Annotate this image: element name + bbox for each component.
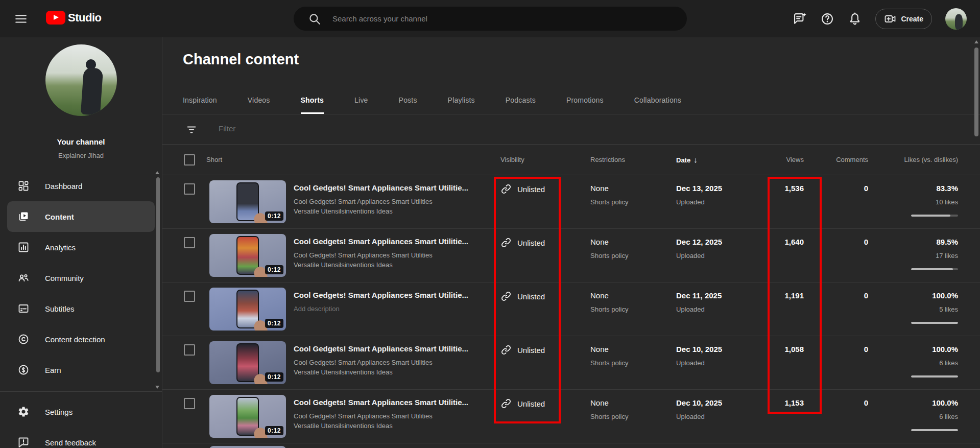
tab-promotions[interactable]: Promotions [566,86,604,114]
sidebar-item-send-feedback[interactable]: Send feedback [0,427,162,448]
video-description-line1: Cool Gedgets! Smart Appliances Smart Uti… [294,359,433,366]
sidebar-item-content-detection[interactable]: Content detection [0,324,162,355]
channel-avatar[interactable] [45,44,117,116]
column-header-visibility[interactable]: Visibility [500,145,524,175]
row-checkbox[interactable] [184,344,195,356]
table-row: 0:12 Cool Gedgets! Smart Appliances Smar… [162,282,980,336]
scroll-up-arrow[interactable] [974,40,978,43]
help-icon[interactable] [820,12,834,26]
video-description-line2: Versatile Utensilsinventions Ideas [294,422,393,430]
likes-ratio-bar [911,322,958,324]
restrictions-sub[interactable]: Shorts policy [590,359,628,367]
filter-bar [162,114,980,145]
tab-collaborations[interactable]: Collaborations [634,86,681,114]
visibility-cell[interactable]: Unlisted [500,237,545,248]
tab-videos[interactable]: Videos [248,86,270,114]
date-value: Dec 12, 2025 [676,238,722,246]
sidebar-scroll-down-arrow[interactable] [155,386,159,389]
column-header-likes[interactable]: Likes (vs. dislikes) [904,145,958,175]
table-row: 0:12 Cool Gedgets! Smart Appliances Smar… [162,336,980,389]
sidebar-scrollbar[interactable] [156,177,160,372]
sidebar-scroll-up-arrow[interactable] [155,171,159,174]
column-header-comments[interactable]: Comments [836,145,868,175]
video-thumbnail[interactable]: 0:12 [209,288,286,331]
add-description-link[interactable]: Add description [294,305,340,313]
youtube-studio-logo[interactable]: Studio [46,11,101,25]
row-checkbox[interactable] [184,291,195,302]
vertical-scrollbar-track[interactable] [973,37,980,448]
restrictions-sub[interactable]: Shorts policy [590,413,628,420]
restrictions-sub[interactable]: Shorts policy [590,305,628,313]
vertical-scrollbar-thumb[interactable] [974,48,978,136]
tab-playlists[interactable]: Playlists [448,86,475,114]
sidebar-item-label: Settings [45,408,73,416]
views-value: 1,640 [784,238,804,246]
video-title[interactable]: Cool Gedgets! Smart Appliances Smart Uti… [294,344,483,353]
channel-name: Explainer Jihad [0,152,162,159]
video-description-line1: Cool Gedgets! Smart Appliances Smart Uti… [294,198,433,205]
search-input[interactable] [331,14,640,23]
date-sub: Uploaded [676,359,705,367]
sidebar-item-content[interactable]: Content [7,201,155,232]
sidebar-item-subtitles[interactable]: Subtitles [0,293,162,324]
sidebar-item-label: Content [45,213,74,221]
video-title[interactable]: Cool Gedgets! Smart Appliances Smart Uti… [294,237,483,246]
column-header-views[interactable]: Views [786,145,804,175]
restrictions-sub[interactable]: Shorts policy [590,252,628,260]
visibility-label: Unlisted [517,239,545,247]
row-checkbox[interactable] [184,398,195,409]
filter-input[interactable] [218,124,424,133]
sidebar-item-label: Analytics [45,243,76,252]
sidebar-item-settings[interactable]: Settings [0,396,162,427]
create-video-icon [884,13,896,25]
sidebar-divider [0,391,162,392]
likes-percentage: 100.0% [932,345,958,353]
duration-badge: 0:12 [265,265,283,274]
content-tabs: Inspiration Videos Shorts Live Posts Pla… [183,86,681,114]
tab-posts[interactable]: Posts [399,86,417,114]
views-value: 1,058 [784,345,804,353]
row-checkbox[interactable] [184,183,195,195]
hamburger-menu-icon[interactable] [14,12,28,26]
video-thumbnail[interactable]: 0:12 [209,395,286,438]
link-icon [500,344,512,356]
sidebar-item-analytics[interactable]: Analytics [0,232,162,263]
account-avatar[interactable] [945,8,967,30]
column-header-date[interactable]: Date↓ [676,145,698,175]
column-header-short[interactable]: Short [206,145,222,175]
sidebar-item-dashboard[interactable]: Dashboard [0,171,162,201]
visibility-label: Unlisted [517,399,545,408]
create-button[interactable]: Create [875,9,932,29]
tab-live[interactable]: Live [354,86,368,114]
tab-inspiration[interactable]: Inspiration [183,86,217,114]
video-thumbnail[interactable]: 0:12 [209,234,286,277]
topbar-actions: Create [793,0,967,37]
sidebar-item-community[interactable]: Community [0,263,162,293]
video-title[interactable]: Cool Gedgets! Smart Appliances Smart Uti… [294,183,483,192]
column-header-restrictions[interactable]: Restrictions [590,145,625,175]
row-checkbox[interactable] [184,237,195,248]
visibility-cell[interactable]: Unlisted [500,398,545,409]
visibility-cell[interactable]: Unlisted [500,291,545,302]
comments-value: 0 [864,398,868,407]
video-description-line2: Versatile Utensilsinventions Ideas [294,207,393,215]
tab-shorts[interactable]: Shorts [301,86,324,114]
sidebar-item-earn[interactable]: Earn [0,355,162,385]
visibility-cell[interactable]: Unlisted [500,344,545,356]
video-thumbnail[interactable]: 0:12 [209,341,286,384]
filter-icon[interactable] [186,124,197,135]
youtube-play-icon [46,11,65,25]
feedback-sparkle-icon[interactable] [793,12,807,26]
select-all-checkbox[interactable] [184,154,195,166]
notifications-bell-icon[interactable] [848,12,862,26]
visibility-cell[interactable]: Unlisted [500,183,545,195]
table-header: Short Visibility Restrictions Date↓ View… [162,145,980,175]
table-row: 0:12 Cool Gedgets! Smart Appliances Smar… [162,175,980,228]
video-thumbnail[interactable]: 0:12 [209,180,286,223]
video-title[interactable]: Cool Gedgets! Smart Appliances Smart Uti… [294,291,483,299]
video-title[interactable]: Cool Gedgets! Smart Appliances Smart Uti… [294,398,483,407]
video-description-line1: Cool Gedgets! Smart Appliances Smart Uti… [294,251,433,259]
search-bar[interactable] [294,7,687,31]
tab-podcasts[interactable]: Podcasts [506,86,536,114]
restrictions-sub[interactable]: Shorts policy [590,198,628,206]
